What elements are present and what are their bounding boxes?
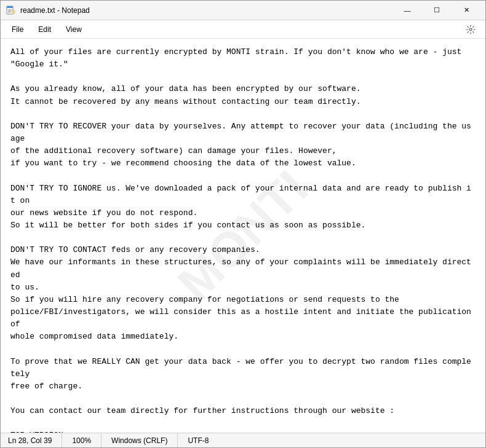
menu-bar: File Edit View [1, 20, 485, 39]
menu-edit[interactable]: Edit [32, 23, 57, 36]
settings-icon[interactable] [461, 21, 480, 38]
maximize-button[interactable]: ☐ [423, 1, 451, 20]
notepad-window: readme.txt - Notepad — ☐ ✕ File Edit Vie… [0, 0, 486, 448]
svg-rect-5 [12, 10, 15, 14]
text-editor-area[interactable]: MONTI All of your files are currently en… [1, 39, 485, 433]
svg-rect-1 [7, 6, 13, 8]
zoom-level: 100% [62, 433, 102, 447]
line-ending: Windows (CRLF) [102, 433, 178, 447]
svg-point-8 [469, 28, 472, 31]
cursor-position: Ln 28, Col 39 [6, 433, 62, 447]
window-title: readme.txt - Notepad [20, 6, 90, 15]
text-content: All of your files are currently encrypte… [10, 46, 476, 433]
close-button[interactable]: ✕ [452, 1, 480, 20]
minimize-button[interactable]: — [393, 1, 421, 20]
encoding: UTF-8 [178, 433, 218, 447]
menu-view[interactable]: View [60, 23, 88, 36]
notepad-icon [6, 6, 15, 15]
status-bar: Ln 28, Col 39 100% Windows (CRLF) UTF-8 [1, 433, 485, 447]
title-bar-controls: — ☐ ✕ [393, 1, 480, 20]
title-bar: readme.txt - Notepad — ☐ ✕ [1, 1, 485, 20]
title-bar-left: readme.txt - Notepad [6, 6, 90, 15]
menu-file[interactable]: File [6, 23, 30, 36]
